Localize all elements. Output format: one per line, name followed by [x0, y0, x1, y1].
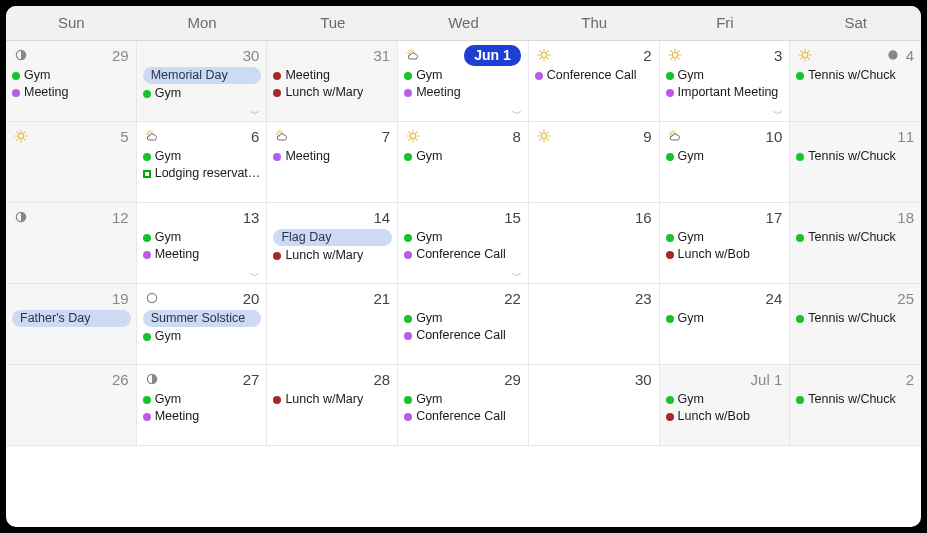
calendar-event[interactable]: Conference Call — [404, 408, 523, 425]
calendar-event[interactable]: Tennis w/Chuck — [796, 391, 916, 408]
more-events-indicator[interactable]: ﹀ — [773, 109, 783, 119]
day-cell[interactable]: 29GymConference Call — [398, 365, 529, 446]
day-cell[interactable]: 25Tennis w/Chuck — [790, 284, 921, 365]
date-number: 30 — [635, 371, 652, 388]
calendar-event[interactable]: Meeting — [273, 67, 392, 84]
all-day-event[interactable]: Memorial Day — [143, 67, 262, 84]
day-cell[interactable]: 5 — [6, 122, 137, 203]
svg-line-36 — [808, 51, 809, 52]
day-cell[interactable]: 3GymImportant Meeting﹀ — [660, 41, 791, 122]
more-events-indicator[interactable]: ﹀ — [512, 109, 522, 119]
calendar-event[interactable]: Meeting — [273, 148, 392, 165]
day-cell[interactable]: 19Father's Day — [6, 284, 137, 365]
svg-point-38 — [18, 133, 23, 138]
date-number: Jul 1 — [751, 371, 783, 388]
day-cell[interactable]: 6GymLodging reservation — [137, 122, 268, 203]
day-cell[interactable]: 22GymConference Call — [398, 284, 529, 365]
calendar-event[interactable]: Gym — [143, 85, 262, 102]
day-cell[interactable]: 30 — [529, 365, 660, 446]
moon-phase-icon — [143, 289, 161, 307]
calendar-event[interactable]: Lodging reservation — [143, 165, 262, 182]
svg-line-21 — [677, 58, 678, 59]
calendar-event[interactable]: Lunch w/Bob — [666, 408, 785, 425]
calendar-event[interactable]: Gym — [404, 148, 523, 165]
day-cell[interactable]: 28Lunch w/Mary — [267, 365, 398, 446]
day-cell[interactable]: 23 — [529, 284, 660, 365]
calendar-event[interactable]: Lunch w/Bob — [666, 246, 785, 263]
calendar-event[interactable]: Gym — [143, 229, 262, 246]
all-day-event[interactable]: Flag Day — [273, 229, 392, 246]
day-cell[interactable]: 17GymLunch w/Bob — [660, 203, 791, 284]
calendar-event[interactable]: Gym — [666, 148, 785, 165]
event-color-dot — [666, 234, 674, 242]
calendar-event[interactable]: Lunch w/Mary — [273, 247, 392, 264]
date-number: 20 — [243, 290, 260, 307]
calendar-event[interactable]: Gym — [404, 67, 523, 84]
calendar-event[interactable]: Gym — [143, 148, 262, 165]
calendar-event[interactable]: Meeting — [12, 84, 131, 101]
event-color-dot — [404, 251, 412, 259]
day-cell[interactable]: 30Memorial DayGym﹀ — [137, 41, 268, 122]
date-number: 18 — [897, 209, 914, 226]
calendar-event[interactable]: Tennis w/Chuck — [796, 67, 916, 84]
day-cell[interactable]: 21 — [267, 284, 398, 365]
calendar-event[interactable]: Lunch w/Mary — [273, 84, 392, 101]
calendar-event[interactable]: Conference Call — [404, 246, 523, 263]
calendar-event[interactable]: Lunch w/Mary — [273, 391, 392, 408]
day-cell[interactable]: 29GymMeeting — [6, 41, 137, 122]
calendar-event[interactable]: Gym — [666, 67, 785, 84]
event-title: Important Meeting — [678, 84, 779, 101]
day-cell[interactable]: 8Gym — [398, 122, 529, 203]
day-cell[interactable]: 16 — [529, 203, 660, 284]
day-cell[interactable]: 26 — [6, 365, 137, 446]
day-cell[interactable]: 7Meeting — [267, 122, 398, 203]
day-cell[interactable]: 14Flag DayLunch w/Mary — [267, 203, 398, 284]
day-cell[interactable]: 2Tennis w/Chuck — [790, 365, 921, 446]
calendar-event[interactable]: Gym — [666, 229, 785, 246]
more-events-indicator[interactable]: ﹀ — [250, 109, 260, 119]
weekday-label: Sat — [790, 6, 921, 40]
calendar-event[interactable]: Gym — [12, 67, 131, 84]
day-cell[interactable]: Jul 1GymLunch w/Bob — [660, 365, 791, 446]
calendar-event[interactable]: Meeting — [143, 408, 262, 425]
date-number: 12 — [112, 209, 129, 226]
svg-line-34 — [801, 51, 802, 52]
calendar-event[interactable]: Gym — [404, 229, 523, 246]
calendar-event[interactable]: Gym — [666, 310, 785, 327]
day-cell[interactable]: 20Summer SolsticeGym — [137, 284, 268, 365]
more-events-indicator[interactable]: ﹀ — [250, 271, 260, 281]
day-cell[interactable]: 15GymConference Call﹀ — [398, 203, 529, 284]
calendar-event[interactable]: Conference Call — [404, 327, 523, 344]
all-day-event[interactable]: Father's Day — [12, 310, 131, 327]
day-cell[interactable]: 9 — [529, 122, 660, 203]
calendar-event[interactable]: Tennis w/Chuck — [796, 148, 916, 165]
day-cell[interactable]: 10Gym — [660, 122, 791, 203]
svg-line-67 — [416, 139, 417, 140]
more-events-indicator[interactable]: ﹀ — [512, 271, 522, 281]
date-number: 11 — [897, 128, 914, 145]
calendar-event[interactable]: Meeting — [404, 84, 523, 101]
day-cell[interactable]: 4Tennis w/Chuck — [790, 41, 921, 122]
day-cell[interactable]: 18Tennis w/Chuck — [790, 203, 921, 284]
day-cell[interactable]: 12 — [6, 203, 137, 284]
day-cell[interactable]: 2Conference Call — [529, 41, 660, 122]
svg-point-37 — [888, 50, 897, 59]
day-cell[interactable]: 31MeetingLunch w/Mary — [267, 41, 398, 122]
day-cell[interactable]: 27GymMeeting — [137, 365, 268, 446]
calendar-event[interactable]: Gym — [143, 328, 262, 345]
calendar-event[interactable]: Tennis w/Chuck — [796, 310, 916, 327]
calendar-event[interactable]: Gym — [404, 391, 523, 408]
calendar-event[interactable]: Important Meeting — [666, 84, 785, 101]
calendar-event[interactable]: Meeting — [143, 246, 262, 263]
day-cell[interactable]: Jun 1GymMeeting﹀ — [398, 41, 529, 122]
calendar-event[interactable]: Gym — [143, 391, 262, 408]
calendar-event[interactable]: Gym — [666, 391, 785, 408]
all-day-event[interactable]: Summer Solstice — [143, 310, 262, 327]
day-cell[interactable]: 11Tennis w/Chuck — [790, 122, 921, 203]
calendar-event[interactable]: Gym — [404, 310, 523, 327]
day-cell[interactable]: 24Gym — [660, 284, 791, 365]
calendar-event[interactable]: Tennis w/Chuck — [796, 229, 916, 246]
day-cell[interactable]: 13GymMeeting﹀ — [137, 203, 268, 284]
calendar-event[interactable]: Conference Call — [535, 67, 654, 84]
event-color-dot — [143, 413, 151, 421]
